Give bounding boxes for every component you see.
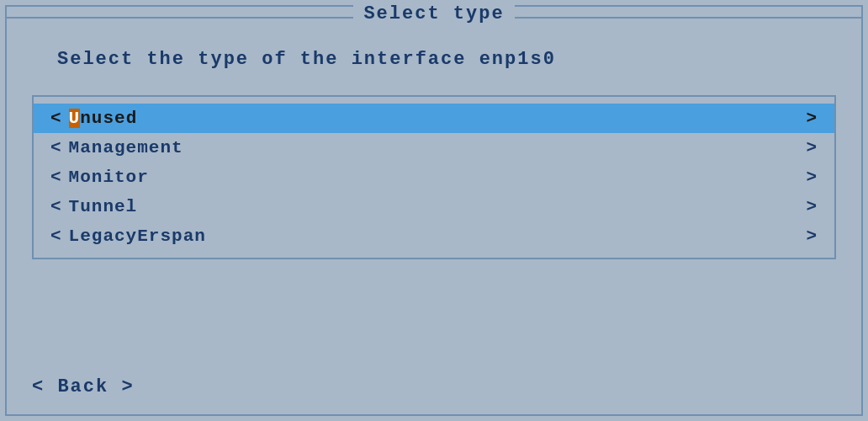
item-left-tunnel: < Tunnel bbox=[50, 197, 137, 216]
item-label-monitor: Monitor bbox=[69, 168, 149, 187]
chevron-left-tunnel: < bbox=[50, 197, 62, 216]
highlighted-char-u: U bbox=[69, 109, 81, 128]
item-left-monitor: < Monitor bbox=[50, 168, 149, 187]
item-left-unused: < Unused bbox=[50, 109, 137, 128]
chevron-left-unused: < bbox=[50, 109, 62, 128]
type-list: < Unused > < Management > < Monitor > < bbox=[32, 95, 836, 259]
title-line-right bbox=[515, 17, 861, 19]
subtitle-text: Select the type of the interface enp1s0 bbox=[57, 49, 861, 70]
item-label-unused: Unused bbox=[69, 109, 138, 128]
list-item-unused[interactable]: < Unused > bbox=[34, 104, 834, 133]
title-bar: Select type bbox=[7, 6, 861, 29]
back-button[interactable]: < Back > bbox=[32, 376, 135, 397]
chevron-right-legacyerspan: > bbox=[806, 226, 818, 246]
main-window: Select type Select the type of the inter… bbox=[5, 5, 863, 416]
item-left-legacyerspan: < LegacyErspan bbox=[50, 226, 206, 246]
chevron-right-tunnel: > bbox=[806, 197, 818, 216]
chevron-right-unused: > bbox=[806, 109, 818, 128]
chevron-right-monitor: > bbox=[806, 168, 818, 187]
chevron-left-monitor: < bbox=[50, 168, 62, 187]
item-left-management: < Management bbox=[50, 138, 183, 157]
item-label-legacyerspan: LegacyErspan bbox=[69, 226, 206, 246]
title-line-left bbox=[7, 17, 353, 19]
item-label-unused-rest: nused bbox=[80, 109, 137, 128]
list-item-legacyerspan[interactable]: < LegacyErspan > bbox=[34, 221, 834, 251]
chevron-left-management: < bbox=[50, 138, 62, 157]
list-item-management[interactable]: < Management > bbox=[34, 133, 834, 163]
item-label-tunnel: Tunnel bbox=[69, 197, 138, 216]
window-title: Select type bbox=[353, 3, 514, 24]
list-item-monitor[interactable]: < Monitor > bbox=[34, 163, 834, 192]
chevron-right-management: > bbox=[806, 138, 818, 157]
chevron-left-legacyerspan: < bbox=[50, 226, 62, 246]
item-label-management: Management bbox=[69, 138, 183, 157]
list-item-tunnel[interactable]: < Tunnel > bbox=[34, 192, 834, 221]
